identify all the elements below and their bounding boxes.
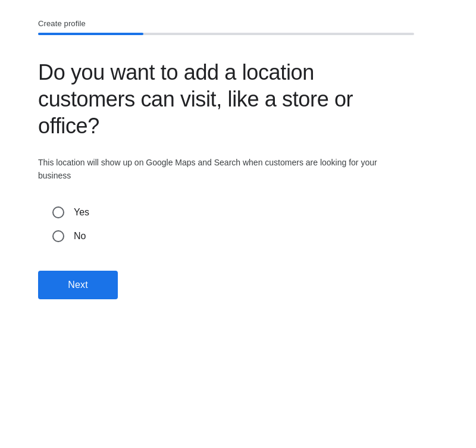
main-question: Do you want to add a location customers …	[38, 59, 414, 139]
header-section: Create profile	[38, 19, 414, 35]
radio-label-no: No	[74, 231, 86, 242]
radio-circle-no	[52, 230, 64, 242]
radio-group: Yes No	[38, 206, 414, 242]
progress-bar-container	[38, 33, 414, 35]
page-container: Create profile Do you want to add a loca…	[0, 0, 452, 328]
description-text: This location will show up on Google Map…	[38, 156, 383, 183]
radio-option-yes[interactable]: Yes	[52, 206, 414, 218]
radio-label-yes: Yes	[74, 207, 89, 218]
step-label: Create profile	[38, 19, 414, 28]
radio-option-no[interactable]: No	[52, 230, 414, 242]
progress-bar-fill	[38, 33, 143, 35]
next-button[interactable]: Next	[38, 271, 118, 299]
radio-circle-yes	[52, 206, 64, 218]
